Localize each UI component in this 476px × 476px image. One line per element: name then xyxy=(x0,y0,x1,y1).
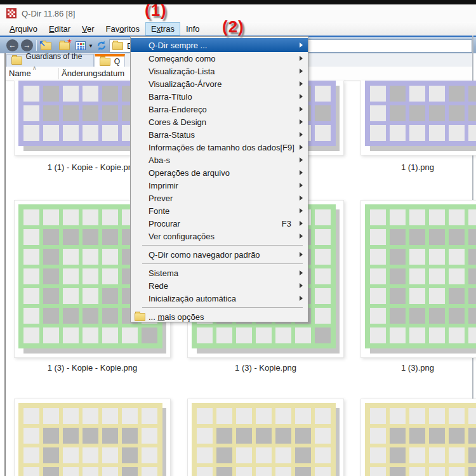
grid-cell xyxy=(315,467,331,476)
context-menu-item-procurar[interactable]: ProcurarF3 xyxy=(131,217,308,230)
menubar-item-favoritos[interactable]: Favoritos xyxy=(100,22,145,36)
menubar-item-info[interactable]: Info xyxy=(180,22,206,36)
grid-cell xyxy=(315,249,331,265)
grid-cell xyxy=(370,467,386,476)
context-menu-item-prever[interactable]: Prever xyxy=(131,192,308,204)
grid-cell xyxy=(63,229,79,245)
file-thumbnail-hidden-7[interactable] xyxy=(187,399,344,476)
folder-icon xyxy=(100,58,110,66)
menu-item-label: ... mais opções xyxy=(149,312,204,322)
grid-cell xyxy=(102,327,118,343)
menubar-item-ver[interactable]: Ver xyxy=(76,22,100,36)
refresh-icon[interactable] xyxy=(96,40,107,54)
grid-cell xyxy=(390,308,406,324)
grid-cell xyxy=(83,447,98,463)
context-menu-item-fonte[interactable]: Fonte xyxy=(131,204,308,217)
context-menu-item-ver-configura-es[interactable]: Ver configurações xyxy=(131,230,308,242)
menu-item-label: Imprimir xyxy=(149,181,178,190)
context-menu-item-cores-design[interactable]: Cores & Design xyxy=(131,116,308,128)
submenu-arrow-icon xyxy=(300,195,303,201)
tab-q[interactable]: Q xyxy=(95,54,125,67)
panel-left-border xyxy=(4,53,6,476)
context-menu-item-informa-es-de-tamanho-dos-dados[interactable]: Informações de tamanho dos dados[F9] xyxy=(131,141,308,154)
grid-cell xyxy=(197,428,213,444)
context-menu-item-visualiza-o-rvore[interactable]: Visualização-Árvore xyxy=(131,77,308,90)
file-thumbnail-1-1-png[interactable] xyxy=(360,81,476,155)
grid-cell xyxy=(197,327,213,343)
grid-cell xyxy=(43,288,59,304)
context-menu-item-rede[interactable]: Rede xyxy=(131,279,308,292)
context-menu-item-visualiza-o-lista[interactable]: Visualização-Lista xyxy=(131,65,308,77)
grid-cell xyxy=(429,327,445,343)
context-menu-item-aba-s[interactable]: Aba-s xyxy=(131,154,308,166)
context-menu-item-q-dir-como-navegador-padr-o[interactable]: Q-Dir como navegador padrão xyxy=(131,248,308,261)
context-menu-item-barra-endere-o[interactable]: Barra-Endereço xyxy=(131,103,308,116)
view-mode-grid-icon[interactable] xyxy=(76,41,86,50)
grid-cell xyxy=(429,209,445,225)
forward-icon[interactable]: → xyxy=(21,39,33,51)
grid-cell xyxy=(63,308,79,324)
parent-folder-button[interactable]: ↖ xyxy=(41,42,51,50)
grid-cell xyxy=(449,288,465,304)
context-menu-item-barra-t-tulo[interactable]: Barra-Título xyxy=(131,90,308,103)
tab-guardians-of-the[interactable]: Guardians of the ... xyxy=(6,54,94,67)
grid-cell xyxy=(409,428,425,444)
grid-cell xyxy=(370,327,386,343)
grid-cell xyxy=(122,467,138,476)
column-divider[interactable] xyxy=(58,68,59,79)
file-thumbnail-hidden-6[interactable] xyxy=(14,399,171,476)
context-menu-item-mais-op-es[interactable]: ... mais opções xyxy=(131,310,308,323)
file-name-label[interactable]: 1 (3) - Kopie - Kopie.png xyxy=(14,363,171,373)
submenu-arrow-icon xyxy=(300,170,303,175)
file-thumbnail-hidden-8[interactable] xyxy=(360,399,476,476)
file-name-label[interactable]: 1 (3).png xyxy=(360,363,475,373)
dropdown-arrow-icon[interactable]: ▼ xyxy=(88,43,93,49)
column-name[interactable]: Name xyxy=(9,69,31,78)
grid-cell xyxy=(468,308,476,324)
submenu-arrow-icon xyxy=(300,81,303,86)
grid-cell xyxy=(122,408,138,424)
grid-cell xyxy=(468,288,476,304)
file-name-label[interactable]: 1 (1).png xyxy=(360,162,475,172)
grid-cell xyxy=(43,209,59,225)
menubar-item-extras[interactable]: Extras xyxy=(145,22,180,36)
grid-cell xyxy=(370,209,386,225)
menubar-item-editar[interactable]: Editar xyxy=(43,22,76,36)
grid-cell xyxy=(23,125,39,141)
grid-cell xyxy=(468,447,476,463)
grid-cell xyxy=(370,105,386,121)
grid-cell xyxy=(390,209,406,225)
grid-cell xyxy=(409,447,425,463)
grid-cell xyxy=(429,408,445,424)
grid-cell xyxy=(236,327,252,343)
file-name-label[interactable]: 1 (3) - Kopie.png xyxy=(187,363,344,373)
grid-cell xyxy=(370,268,386,284)
context-menu-item-come-ando-como[interactable]: Começando como xyxy=(131,52,308,65)
context-menu-item-inicializa-o-autom-tica[interactable]: Inicialização automática xyxy=(131,292,308,305)
grid-cell xyxy=(449,327,465,343)
file-thumbnail-1-3-png[interactable] xyxy=(360,200,476,358)
grid-cell xyxy=(23,249,39,265)
favorites-folder-button[interactable]: ★ xyxy=(59,42,70,50)
grid-cell xyxy=(295,408,311,424)
grid-cell xyxy=(63,447,79,463)
grid-cell xyxy=(409,327,425,343)
back-icon[interactable]: ← xyxy=(6,39,18,51)
grid-cell xyxy=(429,249,445,265)
grid-cell xyxy=(409,288,425,304)
grid-cell xyxy=(102,288,118,304)
submenu-arrow-icon xyxy=(300,145,303,150)
submenu-arrow-icon xyxy=(300,94,303,99)
context-menu-item-opera-es-de-arquivo[interactable]: Operações de arquivo xyxy=(131,166,308,179)
context-menu-item-imprimir[interactable]: Imprimir xyxy=(131,179,308,192)
menubar-item-arquivo[interactable]: Arquivo xyxy=(4,22,43,36)
context-menu-item-q-dir-sempre[interactable]: Q-Dir sempre ... xyxy=(131,38,308,52)
grid-cell xyxy=(23,288,39,304)
context-menu-item-barra-status[interactable]: Barra-Status xyxy=(131,128,308,141)
menu-separator xyxy=(142,307,303,308)
grid-cell xyxy=(370,229,386,245)
context-menu-item-sistema[interactable]: Sistema xyxy=(131,267,308,279)
submenu-arrow-icon xyxy=(300,252,303,257)
grid-cell xyxy=(83,288,98,304)
column-date[interactable]: Änderungsdatum xyxy=(62,69,124,78)
